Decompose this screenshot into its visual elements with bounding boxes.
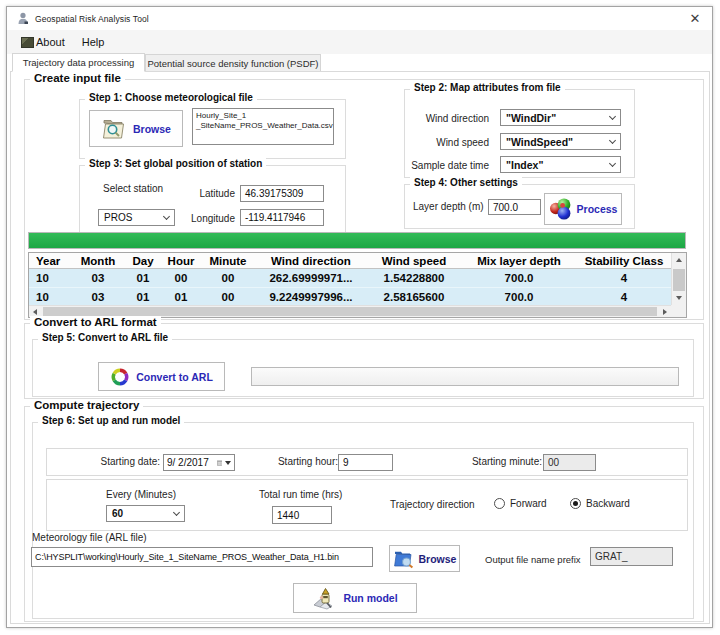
- grid-row-1[interactable]: 10 03 01 00 00 262.69999971... 1.5422880…: [29, 269, 686, 287]
- grid-header-day: Day: [125, 253, 161, 268]
- grid-row-2[interactable]: 10 03 01 01 00 9.2249997996... 2.5816560…: [29, 287, 686, 305]
- create-input-progressbar: [28, 232, 686, 249]
- menu-help[interactable]: Help: [82, 36, 105, 48]
- grid-header-minute: Minute: [201, 253, 255, 268]
- station-value: PROS: [104, 212, 132, 223]
- browse-met-file-label: Browse: [133, 123, 171, 135]
- wind-direction-select[interactable]: "WindDir": [500, 109, 621, 126]
- grid-header-mix-layer-depth: Mix layer depth: [461, 253, 577, 268]
- chevron-down-icon: [609, 112, 616, 119]
- grid-header-month: Month: [71, 253, 125, 268]
- output-prefix-label: Output file name prefix: [485, 554, 581, 565]
- group-step4-label: Step 4: Other settings: [410, 177, 522, 188]
- grid-vscroll-thumb[interactable]: [673, 269, 685, 291]
- met-csv-file-field[interactable]: Hourly_Site_1 _SiteName_PROS_Weather_Dat…: [192, 108, 334, 145]
- about-menu-icon: [21, 37, 34, 48]
- grid-cell: 10: [29, 269, 71, 287]
- grid-cell: 4: [577, 288, 671, 305]
- starting-hour-field[interactable]: 9: [338, 454, 393, 471]
- radio-circle-icon: [494, 498, 505, 509]
- calendar-icon: [217, 458, 222, 468]
- grid-cell: 9.2249997996...: [255, 288, 367, 305]
- convert-to-arl-button[interactable]: Convert to ARL: [98, 362, 225, 391]
- scroll-left-icon[interactable]: [33, 309, 37, 315]
- grid-cell: 00: [201, 269, 255, 287]
- starting-date-picker[interactable]: 9/ 2/2017: [163, 454, 235, 471]
- longitude-field[interactable]: -119.4117946: [240, 209, 324, 226]
- group-create-input-file-label: Create input file: [30, 72, 125, 84]
- tab-psdf[interactable]: Potential source density function (PSDF): [145, 54, 321, 72]
- sample-datetime-select[interactable]: "Index": [500, 156, 621, 173]
- grid-vertical-scrollbar[interactable]: [671, 253, 686, 305]
- wind-speed-select[interactable]: "WindSpeed": [500, 133, 621, 150]
- grid-cell: 2.58165600: [367, 288, 461, 305]
- grid-header-wind-direction: Wind direction: [255, 253, 367, 268]
- layer-depth-field[interactable]: 700.0: [488, 199, 541, 215]
- grid-header-hour: Hour: [161, 253, 201, 268]
- window-title: Geospatial Risk Analysis Tool: [35, 14, 149, 24]
- group-convert-arl-label: Convert to ARL format: [30, 316, 161, 328]
- tab-trajectory-data-processing[interactable]: Trajectory data processing: [12, 53, 145, 72]
- grid-cell: 4: [577, 269, 671, 287]
- process-button[interactable]: Process: [544, 193, 622, 225]
- starting-date-label: Starting date:: [80, 456, 160, 467]
- scroll-down-icon[interactable]: [676, 296, 682, 300]
- close-button[interactable]: ✕: [680, 7, 710, 30]
- sample-datetime-value: "Index": [506, 159, 543, 171]
- radio-forward[interactable]: Forward: [494, 498, 547, 509]
- longitude-label: Longitude: [177, 213, 235, 224]
- wind-direction-label: Wind direction: [409, 113, 489, 124]
- color-ring-icon: [110, 367, 130, 387]
- starting-minute-label: Starting minute:: [462, 456, 542, 467]
- grid-cell: 700.0: [461, 269, 577, 287]
- radio-backward[interactable]: Backward: [570, 498, 630, 509]
- starting-hour-label: Starting hour:: [264, 456, 338, 467]
- grid-hscroll-thumb[interactable]: [43, 307, 657, 316]
- create-input-progress-fill: [29, 233, 685, 248]
- sample-datetime-label: Sample date time: [403, 160, 489, 171]
- select-station-label: Select station: [103, 183, 163, 194]
- browse-met-file-button[interactable]: Browse: [89, 110, 183, 147]
- grid-scroll-corner: [671, 305, 686, 317]
- radio-forward-label: Forward: [510, 498, 547, 509]
- browse-arl-file-label: Browse: [419, 553, 457, 565]
- starting-minute-field[interactable]: 00: [543, 454, 596, 471]
- trajectory-direction-label: Trajectory direction: [390, 499, 475, 510]
- menu-bar: About Help: [7, 30, 712, 54]
- group-step5-label: Step 5: Convert to ARL file: [38, 332, 172, 343]
- met-arl-file-field[interactable]: C:\HYSPLIT\working\Hourly_Site_1_SiteNam…: [31, 547, 373, 567]
- convert-progressbar: [251, 367, 679, 386]
- menu-about[interactable]: About: [36, 36, 65, 48]
- every-minutes-select[interactable]: 60: [106, 505, 185, 522]
- wind-speed-label: Wind speed: [409, 137, 489, 148]
- chevron-down-icon: [609, 136, 616, 143]
- total-run-time-field[interactable]: 1440: [272, 506, 332, 524]
- met-arl-file-label: Meteorology file (ARL file): [32, 532, 147, 543]
- starting-date-value: 9/ 2/2017: [167, 457, 209, 468]
- browse-arl-file-button[interactable]: Browse: [389, 545, 460, 572]
- latitude-label: Latitude: [185, 188, 235, 199]
- output-prefix-field[interactable]: GRAT_: [590, 547, 673, 566]
- latitude-field[interactable]: 46.39175309: [240, 185, 324, 202]
- grid-header-row: Year Month Day Hour Minute Wind directio…: [29, 253, 686, 269]
- radio-circle-icon: [570, 498, 581, 509]
- station-select[interactable]: PROS: [98, 209, 175, 226]
- grid-cell: 1.54228800: [367, 269, 461, 287]
- grid-cell: 01: [161, 288, 201, 305]
- group-compute-trajectory-label: Compute trajectory: [30, 399, 143, 411]
- wind-speed-value: "WindSpeed": [506, 136, 573, 148]
- date-dropdown-icon: [225, 461, 231, 465]
- grid-cell: 262.69999971...: [255, 269, 367, 287]
- weather-data-grid[interactable]: Year Month Day Hour Minute Wind directio…: [28, 252, 687, 318]
- total-run-time-label: Total run time (hrs): [259, 489, 342, 500]
- run-model-button[interactable]: Run model: [293, 583, 417, 613]
- app-window: Geospatial Risk Analysis Tool ✕ About He…: [6, 6, 713, 628]
- grid-cell: 00: [161, 269, 201, 287]
- chevron-down-icon: [163, 212, 170, 219]
- scroll-right-icon[interactable]: [663, 309, 667, 315]
- scroll-up-icon[interactable]: [676, 258, 682, 262]
- title-bar: Geospatial Risk Analysis Tool ✕: [7, 7, 712, 30]
- process-icon: [549, 197, 573, 221]
- met-csv-file-line1: Hourly_Site_1: [196, 111, 246, 120]
- met-csv-file-line2: _SiteName_PROS_Weather_Data.csv: [196, 121, 333, 130]
